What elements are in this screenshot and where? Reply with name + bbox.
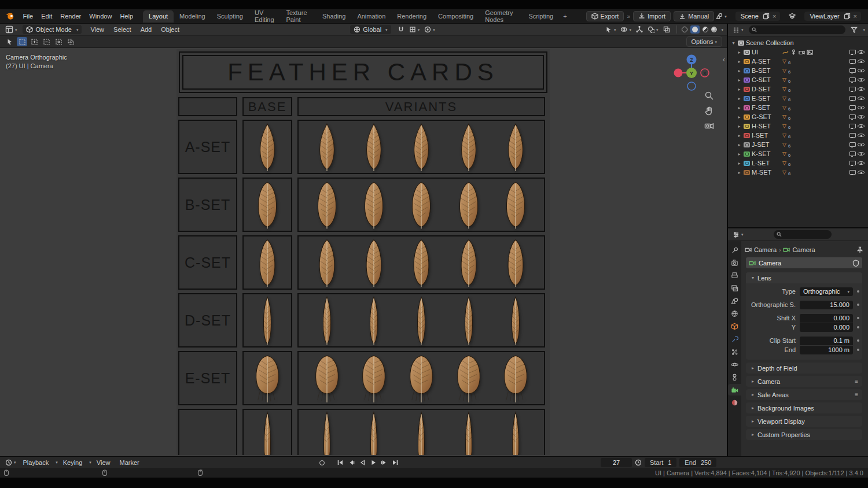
tab-sculpting[interactable]: Sculpting: [211, 10, 249, 23]
outliner-row-a-set[interactable]: ▸A-SET▽6: [728, 57, 868, 66]
hide-eye-icon[interactable]: [858, 58, 865, 65]
tab-compositing[interactable]: Compositing: [432, 10, 479, 23]
disable-viewport-icon[interactable]: [849, 151, 856, 157]
view-layer-properties-tab[interactable]: [728, 282, 741, 294]
outliner-row-l-set[interactable]: ▸L-SET▽6: [728, 158, 868, 168]
gizmos-toggle-icon[interactable]: [634, 26, 645, 33]
select-mode-subtract-button[interactable]: [41, 37, 52, 46]
expand-arrow-icon[interactable]: ▾: [731, 40, 736, 46]
animate-dot[interactable]: [857, 339, 859, 342]
viewport-display-panel-header[interactable]: ▸Viewport Display: [746, 416, 862, 427]
hide-eye-icon[interactable]: [858, 123, 865, 130]
expand-arrow-icon[interactable]: ▸: [737, 151, 742, 157]
active-tool-icon[interactable]: [5, 38, 15, 45]
disable-viewport-icon[interactable]: [849, 160, 856, 167]
outliner-row-j-set[interactable]: ▸J-SET▽6: [728, 140, 868, 149]
play-button[interactable]: [370, 459, 377, 466]
selectability-button[interactable]: ▾: [604, 26, 618, 33]
outliner-editor-type-button[interactable]: ▾: [731, 27, 745, 34]
end-frame-field[interactable]: End250: [679, 458, 716, 467]
hide-eye-icon[interactable]: [858, 160, 865, 167]
outliner-search-input[interactable]: [749, 25, 846, 34]
menu-render[interactable]: Render: [56, 9, 85, 23]
expand-arrow-icon[interactable]: ▸: [737, 87, 742, 92]
presets-menu-icon[interactable]: ≡: [855, 391, 858, 398]
remove-viewlayer-icon[interactable]: ×: [852, 13, 858, 20]
shift-x-field[interactable]: 0.000: [800, 314, 853, 323]
particles-properties-tab[interactable]: [728, 346, 741, 357]
outliner-row-b-set[interactable]: ▸B-SET▽6: [728, 66, 868, 75]
tab-layout[interactable]: Layout: [143, 10, 174, 23]
object-properties-tab[interactable]: [728, 320, 741, 332]
expand-arrow-icon[interactable]: ▸: [737, 142, 742, 147]
outliner-row-f-set[interactable]: ▸F-SET▽6: [728, 103, 868, 112]
world-properties-tab[interactable]: [728, 308, 741, 319]
breadcrumb-object[interactable]: Camera: [754, 246, 777, 253]
shading-rendered-icon[interactable]: [711, 27, 717, 32]
mode-selector[interactable]: Object Mode▾: [23, 25, 82, 34]
tab-shading[interactable]: Shading: [317, 10, 351, 23]
menu-marker[interactable]: Marker: [115, 456, 143, 469]
expand-arrow-icon[interactable]: ▸: [737, 114, 742, 120]
transform-orientation-selector[interactable]: Global▾: [350, 25, 391, 34]
menu-view[interactable]: View: [86, 23, 108, 36]
tab-geometry-nodes[interactable]: Geometry Nodes: [479, 7, 523, 26]
tab-scripting[interactable]: Scripting: [523, 10, 559, 23]
hide-eye-icon[interactable]: [858, 105, 865, 111]
expand-arrow-icon[interactable]: ▸: [737, 77, 742, 83]
animate-dot[interactable]: [857, 304, 859, 306]
hide-eye-icon[interactable]: [858, 77, 865, 83]
auto-keying-icon[interactable]: [319, 460, 325, 465]
expand-arrow-icon[interactable]: ▸: [737, 59, 742, 64]
animate-dot[interactable]: [857, 290, 859, 293]
animate-dot[interactable]: [857, 317, 859, 319]
presets-menu-icon[interactable]: ≡: [855, 378, 858, 385]
navigation-gizmo[interactable]: Z X Y: [670, 51, 713, 94]
properties-editor-type-button[interactable]: ▾: [731, 231, 745, 238]
manual-button[interactable]: Manual: [674, 11, 714, 21]
type-dropdown[interactable]: Orthographic▾: [800, 287, 853, 296]
play-reverse-button[interactable]: [359, 459, 366, 466]
hide-eye-icon[interactable]: [858, 142, 865, 148]
camera-panel-header[interactable]: ▸Camera≡: [746, 376, 862, 387]
breadcrumb-data[interactable]: Camera: [792, 246, 815, 253]
menu-help[interactable]: Help: [116, 9, 137, 23]
menu-timeline-view[interactable]: View: [93, 456, 115, 469]
expand-arrow-icon[interactable]: ▸: [737, 170, 742, 175]
hide-eye-icon[interactable]: [858, 49, 865, 56]
expand-arrow-icon[interactable]: ▸: [737, 50, 742, 55]
disable-viewport-icon[interactable]: [849, 123, 856, 130]
menu-file[interactable]: File: [19, 9, 38, 23]
outliner-row-ui[interactable]: ▸ UI: [728, 47, 868, 57]
tab-rendering[interactable]: Rendering: [391, 10, 432, 23]
hide-eye-icon[interactable]: [858, 86, 865, 93]
add-workspace-button[interactable]: +: [559, 10, 571, 23]
menu-add[interactable]: Add: [137, 23, 156, 36]
outliner-row-g-set[interactable]: ▸G-SET▽6: [728, 112, 868, 121]
hide-eye-icon[interactable]: [858, 114, 865, 120]
disable-viewport-icon[interactable]: [849, 58, 856, 65]
render-properties-tab[interactable]: [728, 257, 741, 268]
orthographic-scale-field[interactable]: 15.000: [800, 301, 853, 309]
menu-edit[interactable]: Edit: [37, 9, 56, 23]
overlays-toggle-button[interactable]: ▾: [646, 26, 660, 33]
outliner-row-c-set[interactable]: ▸C-SET▽6: [728, 75, 868, 84]
outliner-row-h-set[interactable]: ▸H-SET▽6: [728, 121, 868, 131]
clip-end-field[interactable]: 1000 m: [800, 346, 853, 354]
pin-icon[interactable]: [856, 246, 863, 253]
disable-viewport-icon[interactable]: [849, 114, 856, 120]
properties-search-input[interactable]: [774, 230, 832, 239]
new-viewlayer-icon[interactable]: [844, 13, 851, 20]
disable-viewport-icon[interactable]: [849, 105, 856, 111]
tab-modeling[interactable]: Modeling: [174, 10, 211, 23]
new-scene-icon[interactable]: [763, 13, 770, 20]
tab-texture-paint[interactable]: Texture Paint: [280, 7, 317, 26]
outliner-row-i-set[interactable]: ▸I-SET▽6: [728, 131, 868, 140]
output-properties-tab[interactable]: [728, 269, 741, 281]
select-mode-new-button[interactable]: [17, 37, 27, 46]
outliner-row-e-set[interactable]: ▸E-SET▽6: [728, 94, 868, 103]
unlink-scene-icon[interactable]: ×: [771, 13, 777, 20]
snap-toggle-icon[interactable]: [396, 26, 406, 33]
menu-select[interactable]: Select: [109, 23, 135, 36]
sidebar-toggle-icon[interactable]: ‹: [723, 55, 725, 64]
